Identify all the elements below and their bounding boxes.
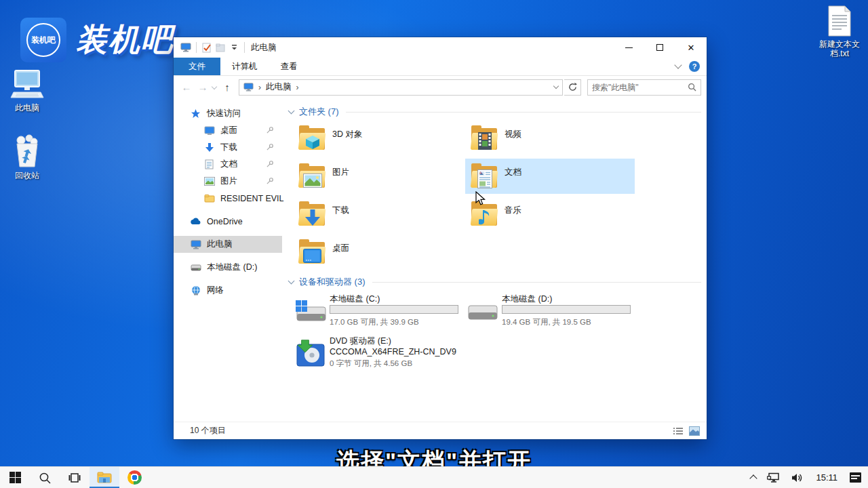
folder-label: 文档	[505, 167, 521, 178]
thumbnail-view-button[interactable]	[689, 426, 700, 436]
sidebar-item-pictures[interactable]: 图片	[174, 173, 282, 190]
ribbon-collapse-icon[interactable]	[674, 61, 682, 68]
refresh-button[interactable]	[564, 79, 581, 96]
sidebar-item-quick-access[interactable]: 快速访问	[174, 105, 282, 122]
desktop-icon-text-file[interactable]: 新建文本文档.txt	[814, 5, 865, 58]
drive-tile-d[interactable]: 本地磁盘 (D:) 19.4 GB 可用, 共 19.5 GB	[465, 293, 635, 335]
recent-locations-icon[interactable]	[212, 83, 217, 89]
taskbar-search-button[interactable]	[30, 467, 60, 488]
sidebar-item-local-disk-d[interactable]: 本地磁盘 (D:)	[174, 259, 282, 276]
folder-tile-downloads[interactable]: 下载	[293, 197, 462, 232]
sidebar-item-this-pc[interactable]: 此电脑	[174, 236, 282, 253]
sidebar-item-downloads[interactable]: 下载	[174, 139, 282, 156]
section-header-drives[interactable]: 设备和驱动器 (3)	[288, 276, 701, 288]
this-pc-mini-icon	[190, 239, 201, 250]
sidebar-item-label: OneDrive	[207, 217, 243, 226]
chrome-icon	[127, 470, 142, 485]
back-button[interactable]: ←	[179, 81, 194, 93]
folder-tile-3d-objects[interactable]: 3D 对象	[293, 121, 462, 156]
maximize-button[interactable]	[644, 37, 675, 58]
collapse-chevron-icon[interactable]	[288, 278, 295, 285]
forward-button[interactable]: →	[195, 81, 210, 93]
folder-tile-music[interactable]: 音乐	[465, 197, 635, 232]
drive-caption: 0 字节 可用, 共 4.56 GB	[330, 359, 412, 369]
pin-icon[interactable]	[267, 143, 274, 152]
drive-tile-c[interactable]: 本地磁盘 (C:) 17.0 GB 可用, 共 39.9 GB	[293, 293, 462, 335]
qat-customize-dropdown[interactable]	[227, 40, 241, 55]
up-button[interactable]: ↑	[220, 81, 235, 93]
documents-mini-icon	[203, 159, 215, 170]
navigation-bar: ← → ↑ › 此电脑 ›	[174, 76, 707, 98]
action-center-button[interactable]	[846, 467, 865, 488]
address-dropdown-icon[interactable]	[553, 83, 559, 88]
qat-new-folder-button[interactable]	[214, 40, 227, 55]
details-view-button[interactable]	[673, 426, 684, 436]
action-center-icon	[850, 472, 861, 483]
folder-label: 图片	[332, 167, 349, 178]
desktop-screen-icon	[303, 249, 321, 263]
task-view-button[interactable]	[60, 467, 90, 488]
folder-tile-pictures[interactable]: 图片	[293, 159, 462, 194]
drive-name: DVD 驱动器 (E:)	[330, 336, 391, 347]
windows-logo-icon	[9, 472, 21, 483]
sidebar-item-desktop[interactable]: 桌面	[174, 122, 282, 139]
brand-wordmark: 装机吧	[76, 19, 174, 61]
dvd-drive-icon	[294, 339, 326, 367]
taskbar-explorer-button[interactable]	[90, 467, 119, 488]
sidebar-item-label: 此电脑	[207, 239, 233, 250]
folder-tile-videos[interactable]: 视频	[465, 121, 635, 156]
drive-tile-dvd[interactable]: DVD 驱动器 (E:) CCCOMA_X64FRE_ZH-CN_DV9 0 字…	[293, 335, 462, 378]
pin-icon[interactable]	[267, 126, 274, 136]
section-header-folders[interactable]: 文件夹 (7)	[288, 106, 701, 118]
breadcrumb-this-pc[interactable]: 此电脑	[266, 81, 292, 93]
search-box[interactable]	[587, 79, 701, 96]
chevron-up-icon	[750, 474, 757, 482]
tray-volume[interactable]	[787, 467, 808, 488]
sidebar-item-resident-evil[interactable]: RESIDENT EVIL	[174, 190, 282, 207]
desktop-icon-this-pc[interactable]: 此电脑	[1, 69, 53, 113]
breadcrumb-separator: ›	[296, 83, 299, 92]
sidebar-item-network[interactable]: 网络	[174, 282, 282, 299]
window-content: 快速访问 桌面 下载	[174, 98, 707, 422]
collapse-chevron-icon[interactable]	[288, 108, 295, 115]
section-rule	[372, 282, 702, 283]
tray-show-hidden-icons[interactable]	[747, 467, 760, 488]
close-button[interactable]: ✕	[675, 37, 707, 58]
sidebar-item-onedrive[interactable]: OneDrive	[174, 213, 282, 230]
pin-icon[interactable]	[267, 177, 274, 186]
search-input[interactable]	[592, 83, 688, 92]
brand-badge-text: 装机吧	[26, 23, 60, 57]
drives-grid: 本地磁盘 (C:) 17.0 GB 可用, 共 39.9 GB 本地磁盘 (D:…	[293, 293, 637, 377]
this-pc-icon	[9, 69, 45, 100]
tray-network[interactable]	[763, 467, 785, 488]
qat-properties-button[interactable]	[200, 40, 214, 55]
taskbar-clock[interactable]: 15:11	[810, 467, 843, 488]
desktop-icon-recycle-bin[interactable]: 回收站	[1, 134, 53, 180]
folder-tile-documents[interactable]: A 文档	[465, 159, 635, 194]
separator	[196, 42, 197, 53]
taskbar-chrome-button[interactable]	[119, 467, 149, 488]
sidebar-item-documents[interactable]: 文档	[174, 156, 282, 173]
downloads-mini-icon	[203, 142, 215, 153]
sidebar-item-label: 本地磁盘 (D:)	[207, 262, 257, 273]
minimize-button[interactable]	[613, 37, 644, 58]
status-bar: 10 个项目	[174, 422, 707, 439]
start-button[interactable]	[0, 467, 30, 488]
tab-computer[interactable]: 计算机	[220, 58, 269, 75]
sidebar-item-label: RESIDENT EVIL	[220, 194, 284, 203]
desktop-icon-label: 此电脑	[15, 103, 39, 113]
address-bar[interactable]: › 此电脑 ›	[239, 79, 563, 96]
tab-view[interactable]: 查看	[269, 58, 309, 75]
folder-label: 桌面	[332, 243, 349, 254]
mouse-cursor	[475, 191, 488, 206]
title-bar: 此电脑 ✕	[174, 37, 707, 58]
folder-tile-desktop[interactable]: 桌面	[293, 235, 462, 270]
sidebar-item-label: 图片	[220, 176, 237, 187]
pin-icon[interactable]	[267, 160, 274, 169]
desktop-mini-icon	[203, 125, 215, 136]
system-menu-icon[interactable]	[179, 40, 193, 55]
disk-mini-icon	[190, 262, 201, 273]
drive-usage-bar	[502, 305, 631, 314]
help-button[interactable]: ?	[689, 61, 700, 72]
tab-file[interactable]: 文件	[174, 58, 220, 75]
